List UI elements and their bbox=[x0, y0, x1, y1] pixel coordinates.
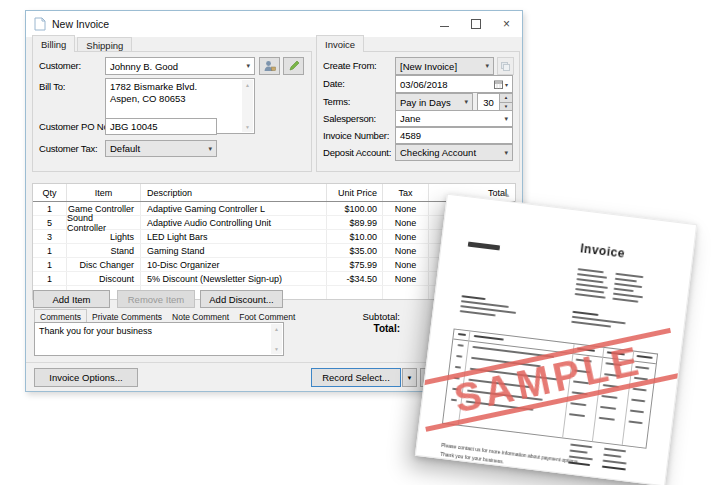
calendar-icon bbox=[494, 80, 503, 89]
spin-up-icon: ▲ bbox=[504, 95, 508, 100]
chevron-down-icon: ▾ bbox=[461, 98, 468, 106]
paper-ship-to-block bbox=[448, 195, 696, 225]
date-input[interactable]: 03/06/2018 ▾ bbox=[395, 75, 513, 93]
cell-tax: None bbox=[383, 202, 429, 215]
customer-po-input[interactable]: JBG 10045 bbox=[105, 118, 217, 135]
cell-description: Adaptive Gaming Controller L bbox=[141, 202, 327, 215]
scroll-down-icon: ▼ bbox=[245, 124, 250, 130]
comments-text: Thank you for your business bbox=[39, 325, 269, 337]
header-item[interactable]: Item bbox=[67, 184, 141, 201]
table-header-row: Qty Item Description Unit Price Tax Tota… bbox=[33, 184, 515, 202]
chevron-down-icon: ▾ bbox=[205, 145, 212, 153]
salesperson-value: Jane bbox=[400, 113, 421, 124]
chevron-down-icon: ▾ bbox=[505, 81, 508, 88]
bill-to-label: Bill To: bbox=[39, 81, 65, 92]
cell-unit-price: $35.00 bbox=[327, 244, 383, 257]
totals-block: Subtotal: Total: bbox=[316, 311, 400, 335]
cell-tax: None bbox=[383, 230, 429, 243]
paper-invoice-title: Invoice bbox=[580, 241, 626, 260]
comments-textarea[interactable]: Thank you for your business ▲ ▼ bbox=[34, 322, 284, 356]
terms-label: Terms: bbox=[323, 96, 350, 107]
cell-item: Lights bbox=[67, 230, 141, 243]
calendar-picker-button[interactable]: ▾ bbox=[494, 80, 508, 89]
header-qty[interactable]: Qty bbox=[33, 184, 67, 201]
customer-label: Customer: bbox=[39, 60, 81, 71]
titlebar[interactable]: New Invoice × bbox=[26, 11, 522, 37]
spin-up-button[interactable]: ▲ bbox=[500, 93, 513, 103]
bill-to-text: 1782 Bismarke Blvd. Aspen, CO 80653 bbox=[110, 81, 240, 105]
date-label: Date: bbox=[323, 78, 345, 89]
header-unit-price[interactable]: Unit Price bbox=[327, 184, 383, 201]
create-from-combo[interactable]: [New Invoice] ▾ bbox=[395, 57, 494, 75]
minimize-button[interactable] bbox=[429, 11, 460, 37]
record-select-dropdown-button[interactable]: ▼ bbox=[402, 368, 417, 387]
paper-totals-block bbox=[448, 195, 696, 225]
terms-days-stepper[interactable]: 30 ▲ ▼ bbox=[477, 93, 513, 111]
invoice-panel: Create From: [New Invoice] ▾ Date: 03/06… bbox=[316, 51, 520, 172]
add-item-button[interactable]: Add Item bbox=[33, 290, 110, 308]
subtotal-label: Subtotal: bbox=[316, 311, 400, 323]
cell-qty: 5 bbox=[33, 216, 67, 229]
billing-shipping-tabstrip: Billing Shipping bbox=[32, 37, 132, 52]
terms-value: Pay in Days bbox=[400, 97, 451, 108]
customer-tax-combo[interactable]: Default ▾ bbox=[105, 140, 217, 157]
customer-lookup-button[interactable] bbox=[259, 57, 280, 75]
close-button[interactable]: × bbox=[491, 11, 522, 37]
chevron-down-icon: ▾ bbox=[243, 62, 250, 70]
document-icon bbox=[34, 17, 46, 31]
header-tax[interactable]: Tax bbox=[383, 184, 429, 201]
cell-item: Stand bbox=[67, 244, 141, 257]
sample-invoice-paper: Invoice bbox=[415, 194, 697, 485]
maximize-button[interactable] bbox=[460, 11, 491, 37]
terms-days-value: 30 bbox=[477, 93, 500, 111]
chevron-down-icon: ▾ bbox=[482, 62, 489, 70]
comment-tabstrip: Comments Private Comments Note Comment F… bbox=[34, 309, 300, 323]
header-description[interactable]: Description bbox=[141, 184, 327, 201]
cell-description: Gaming Stand bbox=[141, 244, 327, 257]
deposit-account-combo[interactable]: Checking Account ▾ bbox=[395, 144, 513, 161]
salesperson-combo[interactable]: Jane ▾ bbox=[395, 110, 513, 127]
invoice-options-button[interactable]: Invoice Options... bbox=[34, 368, 138, 387]
invoice-number-input[interactable]: 4589 bbox=[395, 127, 513, 144]
cell-qty: 1 bbox=[33, 202, 67, 215]
copy-icon bbox=[501, 62, 510, 71]
customer-po-label: Customer PO No.: bbox=[39, 121, 113, 132]
tab-invoice[interactable]: Invoice bbox=[316, 35, 364, 52]
invoice-tabstrip: Invoice bbox=[316, 37, 364, 52]
spin-down-icon: ▼ bbox=[504, 104, 508, 109]
cell-tax: None bbox=[383, 244, 429, 257]
person-icon bbox=[263, 60, 276, 72]
scroll-up-icon: ▲ bbox=[245, 82, 250, 88]
dropdown-arrow-icon: ▼ bbox=[407, 375, 413, 381]
customer-value: Johnny B. Good bbox=[110, 61, 178, 72]
paper-heading-smudge bbox=[468, 242, 500, 250]
terms-combo[interactable]: Pay in Days ▾ bbox=[395, 93, 473, 111]
cell-item: Discount bbox=[67, 272, 141, 285]
record-select-button[interactable]: Record Select... bbox=[311, 368, 401, 387]
cell-description: 5% Discount (Newsletter Sign-up) bbox=[141, 272, 327, 285]
tab-shipping[interactable]: Shipping bbox=[77, 37, 132, 52]
deposit-account-value: Checking Account bbox=[400, 147, 476, 158]
customer-combo[interactable]: Johnny B. Good ▾ bbox=[105, 57, 255, 75]
salesperson-label: Salesperson: bbox=[323, 113, 376, 124]
cell-unit-price: $10.00 bbox=[327, 230, 383, 243]
cell-description: Adaptive Audio Controlling Unit bbox=[141, 216, 327, 229]
cell-qty: 3 bbox=[33, 230, 67, 243]
add-discount-button[interactable]: Add Discount... bbox=[200, 290, 283, 308]
cell-description: LED Light Bars bbox=[141, 230, 327, 243]
cell-qty: 1 bbox=[33, 258, 67, 271]
window-controls: × bbox=[429, 11, 522, 37]
scroll-down-icon: ▼ bbox=[274, 346, 279, 352]
customer-tax-label: Customer Tax: bbox=[39, 143, 97, 154]
scrollbar[interactable]: ▲ ▼ bbox=[271, 324, 282, 354]
create-from-label: Create From: bbox=[323, 60, 377, 71]
tab-billing[interactable]: Billing bbox=[32, 35, 75, 52]
close-icon: × bbox=[503, 17, 510, 31]
cell-description: 10-Disc Organizer bbox=[141, 258, 327, 271]
minimize-icon bbox=[440, 26, 449, 27]
cell-tax: None bbox=[383, 216, 429, 229]
date-value: 03/06/2018 bbox=[400, 79, 448, 90]
tab-comments[interactable]: Comments bbox=[34, 309, 87, 323]
customer-edit-button[interactable] bbox=[283, 57, 304, 75]
scrollbar[interactable]: ▲ ▼ bbox=[242, 80, 253, 132]
